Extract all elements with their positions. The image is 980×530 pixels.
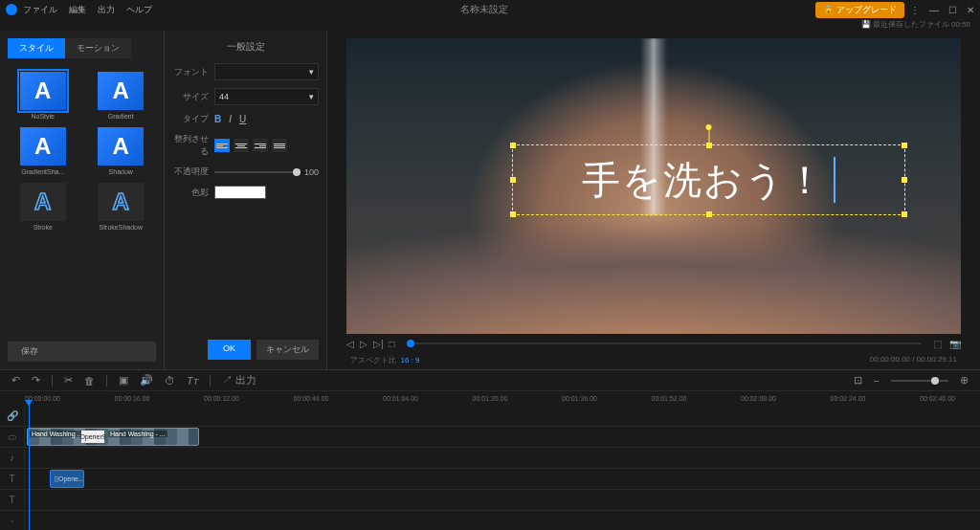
- style-gradientshadow[interactable]: AGradientSha...: [8, 127, 78, 175]
- underline-button[interactable]: U: [239, 114, 246, 124]
- ok-button[interactable]: OK: [208, 340, 251, 360]
- overlay-text[interactable]: 手を洗おう！: [582, 154, 826, 207]
- text-bounding-box[interactable]: 手を洗おう！: [512, 144, 905, 215]
- titlebar: ファイル 編集 出力 ヘルプ 名称未設定 🔒 アップグレード ⋮ — ☐ ✕: [0, 0, 980, 19]
- menu-help[interactable]: ヘルプ: [126, 4, 152, 16]
- resize-handle-tr[interactable]: [902, 143, 907, 148]
- style-gradient[interactable]: AGradient: [86, 72, 157, 120]
- aspect-label: アスペクト比: [350, 356, 396, 364]
- timecode: 00:00:00.00 / 00:00:29.11: [870, 355, 957, 365]
- track-head-audio[interactable]: ♪: [0, 448, 25, 468]
- zoom-in-button[interactable]: ⊕: [960, 374, 969, 386]
- progress-handle[interactable]: [407, 340, 414, 347]
- font-label: フォント: [172, 66, 214, 78]
- timeline-ruler[interactable]: 00:00:00.00 00:00:16.00 00:00:32.00 00:0…: [0, 390, 980, 406]
- properties-panel: 一般設定 フォント ▾ サイズ 44▾ タイプ B I U 整列させる: [165, 31, 327, 369]
- align-center-button[interactable]: [234, 139, 249, 152]
- text-cursor: [834, 157, 835, 203]
- menu-output[interactable]: 出力: [98, 4, 115, 16]
- zoom-out-button[interactable]: −: [874, 375, 880, 386]
- italic-button[interactable]: I: [229, 114, 232, 124]
- tab-motion[interactable]: モーション: [65, 38, 131, 58]
- style-shadow[interactable]: AShadow: [86, 127, 157, 175]
- crop-tool-button[interactable]: ▣: [119, 374, 128, 386]
- size-select[interactable]: 44▾: [214, 88, 319, 105]
- style-nostyle[interactable]: ANoStyle: [8, 72, 78, 120]
- video-clip-1[interactable]: Hand Washing ... Opener9 Hand Washing - …: [27, 428, 199, 446]
- size-label: サイズ: [172, 91, 214, 103]
- app-logo: [6, 4, 17, 15]
- track-head-text2[interactable]: T: [0, 490, 25, 510]
- resize-handle-mr[interactable]: [902, 177, 907, 183]
- close-icon[interactable]: ✕: [967, 5, 974, 15]
- volume-button[interactable]: 🔊: [140, 374, 153, 386]
- upgrade-button[interactable]: 🔒 アップグレード: [815, 2, 904, 18]
- align-left-button[interactable]: [214, 139, 230, 152]
- track-head-video[interactable]: ▭: [0, 427, 25, 447]
- resize-handle-bm[interactable]: [706, 211, 712, 217]
- recent-file-label: 💾 最近保存したファイル 00:58: [0, 19, 980, 31]
- save-style-button[interactable]: 保存: [8, 342, 156, 362]
- next-frame-button[interactable]: ▷|: [373, 339, 384, 349]
- opacity-label: 不透明度: [172, 166, 214, 178]
- resize-handle-tl[interactable]: [510, 143, 516, 148]
- undo-button[interactable]: ↶: [11, 374, 20, 386]
- opacity-slider[interactable]: [214, 171, 301, 173]
- track-head-text[interactable]: T: [0, 469, 25, 489]
- menu-file[interactable]: ファイル: [23, 4, 57, 16]
- rotate-handle[interactable]: [708, 130, 709, 144]
- chevron-down-icon: ▾: [309, 67, 314, 77]
- align-right-button[interactable]: [253, 139, 268, 152]
- redo-button[interactable]: ↷: [32, 374, 40, 386]
- playhead[interactable]: [29, 406, 30, 530]
- align-justify-button[interactable]: [272, 139, 287, 152]
- export-button[interactable]: ↗ 出力: [222, 373, 256, 387]
- type-label: タイプ: [172, 113, 214, 125]
- timeline-toolbar: ↶ ↷ ✂ 🗑 ▣ 🔊 ⏱ TT ↗ 出力 ⊡ − ⊕: [0, 369, 980, 390]
- video-preview[interactable]: 手を洗おう！: [346, 38, 961, 334]
- color-swatch[interactable]: [214, 186, 266, 199]
- main-menu: ファイル 編集 出力 ヘルプ: [23, 4, 152, 16]
- window-title: 名称未設定: [152, 3, 815, 16]
- delete-button[interactable]: 🗑: [84, 375, 95, 386]
- bold-button[interactable]: B: [214, 114, 221, 124]
- more-icon[interactable]: ⋮: [910, 5, 920, 15]
- resize-handle-tm[interactable]: [706, 143, 712, 148]
- aspect-value[interactable]: 16 : 9: [400, 356, 419, 364]
- zoom-slider[interactable]: [891, 380, 948, 382]
- stop-button[interactable]: □: [390, 339, 395, 349]
- window-controls: ⋮ — ☐ ✕: [910, 5, 974, 15]
- preview-panel: 手を洗おう！ ◁ ▷ ▷| □ ⬚ 📷 アスペクト比 16 : 9 00:00:…: [327, 31, 980, 369]
- minimize-icon[interactable]: —: [929, 5, 939, 15]
- color-label: 色彩: [172, 187, 214, 199]
- snapshot-icon[interactable]: 📷: [949, 339, 961, 349]
- resize-handle-ml[interactable]: [510, 177, 516, 183]
- prev-frame-button[interactable]: ◁: [346, 339, 354, 349]
- style-panel: スタイル モーション ANoStyle AGradient AGradientS…: [0, 31, 165, 369]
- progress-bar[interactable]: [407, 342, 922, 344]
- resize-handle-br[interactable]: [902, 211, 907, 217]
- play-button[interactable]: ▷: [360, 339, 368, 349]
- maximize-icon[interactable]: ☐: [948, 5, 957, 15]
- panel-title: 一般設定: [172, 40, 319, 54]
- split-button[interactable]: ✂: [64, 374, 73, 386]
- speed-button[interactable]: ⏱: [165, 375, 175, 386]
- track-head-link[interactable]: 🔗: [0, 406, 25, 426]
- chevron-down-icon: ▾: [309, 92, 314, 101]
- text-clip-1[interactable]: ▯ Opene...: [50, 470, 84, 488]
- cancel-button[interactable]: キャンセル: [256, 340, 319, 360]
- style-strokeshadow[interactable]: AStrokeShadow: [86, 183, 157, 231]
- style-stroke[interactable]: AStroke: [8, 183, 78, 231]
- menu-edit[interactable]: 編集: [69, 4, 86, 16]
- crop-icon[interactable]: ⬚: [933, 339, 942, 349]
- align-label: 整列させる: [172, 133, 214, 158]
- opacity-value: 100: [304, 167, 319, 177]
- zoom-fit-button[interactable]: ⊡: [854, 374, 862, 386]
- clip-thumb-opener: Opener9: [81, 431, 104, 443]
- resize-handle-bl[interactable]: [510, 211, 516, 217]
- tab-style[interactable]: スタイル: [8, 38, 65, 58]
- font-select[interactable]: ▾: [214, 63, 319, 80]
- text-tool-button[interactable]: TT: [187, 375, 198, 386]
- track-head-extra[interactable]: ◦: [0, 511, 25, 530]
- timeline-tracks: 🔗 ▭ Hand Washing ... Opener9 Hand Washin…: [0, 406, 980, 530]
